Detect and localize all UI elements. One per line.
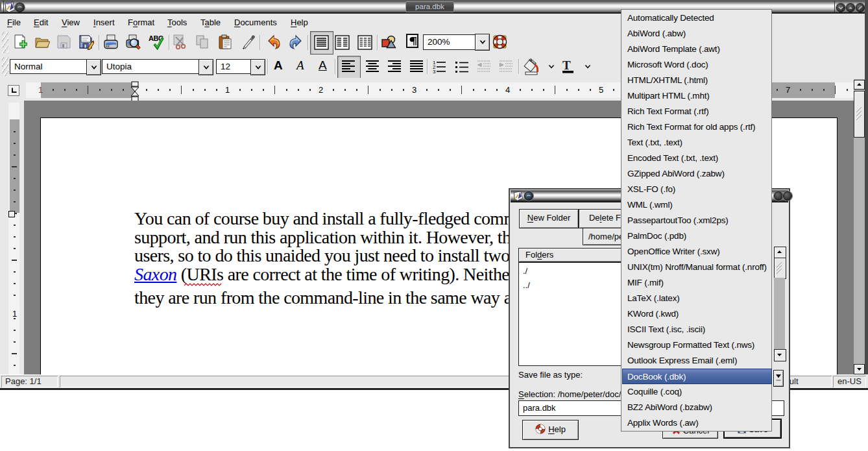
svg-text:3: 3 [433,69,436,74]
svg-text:T: T [562,59,571,72]
